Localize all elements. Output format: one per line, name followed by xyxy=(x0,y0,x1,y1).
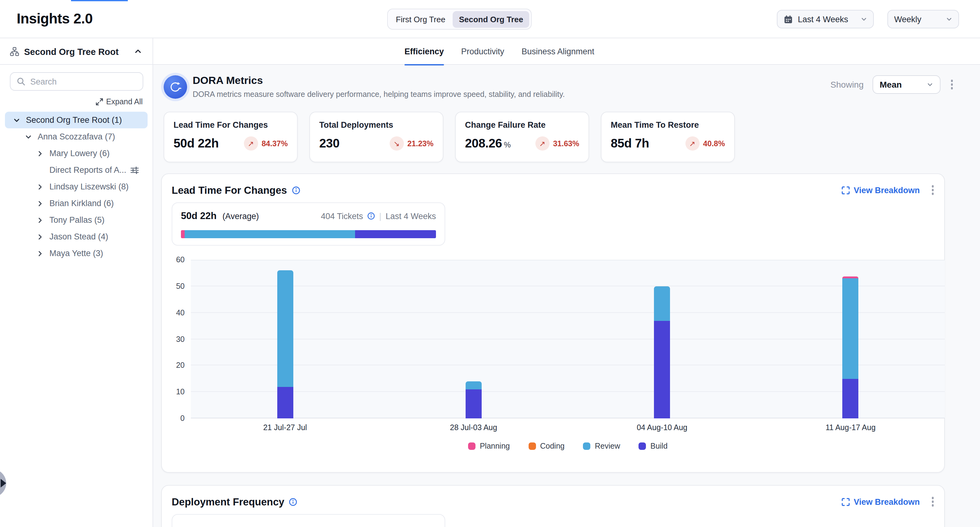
chevron-right-icon[interactable] xyxy=(37,184,43,190)
showing-select[interactable]: Mean xyxy=(872,75,940,94)
tree-item[interactable]: Maya Yette (3) xyxy=(5,245,148,262)
date-range-dropdown[interactable]: Last 4 Weeks xyxy=(777,10,874,29)
org-tree-toggle: First Org Tree Second Org Tree xyxy=(387,9,532,30)
legend-label: Build xyxy=(650,442,668,451)
bar-segment-build[interactable] xyxy=(843,379,859,419)
metric-card-lead-time-for-changes: Lead Time For Changes50d 22h↗84.37% xyxy=(164,112,298,162)
view-breakdown-label: View Breakdown xyxy=(854,186,920,195)
metric-card-change-failure-rate: Change Failure Rate208.26%↗31.63% xyxy=(455,112,589,162)
filter-sliders-icon[interactable] xyxy=(130,166,139,174)
tree-item[interactable]: Anna Scozzafava (7) xyxy=(5,129,148,145)
lead-time-kebab-menu-icon[interactable] xyxy=(930,184,935,197)
metric-card-row: 50d 22h↗84.37% xyxy=(173,137,288,151)
tree-item[interactable]: Jason Stead (4) xyxy=(5,228,148,245)
date-range-value: Last 4 Weeks xyxy=(798,14,856,24)
granularity-dropdown[interactable]: Weekly xyxy=(888,10,959,29)
granularity-value: Weekly xyxy=(894,14,941,24)
info-icon[interactable] xyxy=(289,498,298,506)
tab-business-alignment[interactable]: Business Alignment xyxy=(522,38,594,65)
dora-metrics-icon xyxy=(164,75,187,99)
chevron-down-icon xyxy=(927,81,933,87)
metric-card-value: 85d 7h xyxy=(611,137,649,151)
org-tree-toggle-first[interactable]: First Org Tree xyxy=(390,11,452,27)
search-input[interactable] xyxy=(30,77,137,86)
metric-card-delta-value: 84.37% xyxy=(261,139,288,148)
org-tree-toggle-second[interactable]: Second Org Tree xyxy=(453,11,529,27)
chevron-down-icon[interactable] xyxy=(25,133,32,140)
deployment-kebab-menu-icon[interactable] xyxy=(930,495,935,508)
chevron-down-icon xyxy=(861,16,867,22)
chevron-right-icon[interactable] xyxy=(37,217,43,223)
bar-segment-build[interactable] xyxy=(277,387,293,418)
chevron-right-icon[interactable] xyxy=(37,233,43,240)
metric-card-mean-time-to-restore: Mean Time To Restore85d 7h↗40.8% xyxy=(601,112,735,162)
deployment-frequency-section: Deployment Frequency View Breakdown xyxy=(161,485,945,527)
bar-segment-review[interactable] xyxy=(843,278,859,379)
legend-swatch xyxy=(583,443,590,450)
bar-segment-planning[interactable] xyxy=(843,276,859,278)
metric-card-title: Lead Time For Changes xyxy=(173,120,288,130)
legend-item-planning: Planning xyxy=(468,442,510,451)
main-content: DORA Metrics DORA metrics measure softwa… xyxy=(153,65,980,527)
metric-card-title: Mean Time To Restore xyxy=(611,120,725,130)
dora-controls: Showing Mean xyxy=(830,75,955,94)
metric-card-value: 230 xyxy=(319,137,340,151)
chevron-right-icon[interactable] xyxy=(37,250,43,256)
tree-item[interactable]: Mary Lowery (6) xyxy=(5,145,148,162)
tree-item-label: Maya Yette (3) xyxy=(49,249,103,258)
legend-item-coding: Coding xyxy=(528,442,565,451)
gridline xyxy=(191,260,945,260)
metric-card-row: 230↘21.23% xyxy=(319,137,433,151)
gridline xyxy=(191,286,945,286)
collapse-sidebar-icon[interactable] xyxy=(135,48,142,55)
view-breakdown-button[interactable]: View Breakdown xyxy=(842,186,920,195)
tree-item-label: Direct Reports of A... xyxy=(49,165,126,175)
chevron-down-icon xyxy=(946,16,952,22)
search-box xyxy=(10,72,143,91)
chevron-down-icon[interactable] xyxy=(14,117,20,123)
metric-card-title: Total Deployments xyxy=(319,120,433,130)
x-axis-label: 04 Aug-10 Aug xyxy=(619,423,705,432)
bar-segment-build[interactable] xyxy=(654,321,670,418)
legend-item-review: Review xyxy=(583,442,620,451)
tree-item[interactable]: Direct Reports of A... xyxy=(5,162,148,178)
tree-item[interactable]: Tony Pallas (5) xyxy=(5,212,148,228)
org-tree-icon xyxy=(10,47,19,56)
expand-arrows-icon xyxy=(96,98,103,106)
tree-item[interactable]: Brian Kirkland (6) xyxy=(5,195,148,212)
sidebar-header: Second Org Tree Root xyxy=(0,38,153,65)
tree-item-label: Second Org Tree Root (1) xyxy=(26,115,122,125)
bar-segment-review[interactable] xyxy=(654,286,670,321)
metric-card-delta-value: 21.23% xyxy=(407,139,433,148)
tree-item-label: Jason Stead (4) xyxy=(49,232,108,241)
dora-kebab-menu-icon[interactable] xyxy=(949,78,955,91)
legend-swatch xyxy=(468,443,476,450)
active-tab-underline xyxy=(404,64,444,65)
tab-productivity[interactable]: Productivity xyxy=(461,38,504,65)
metric-card-delta-value: 31.63% xyxy=(553,139,579,148)
expand-all-button[interactable]: Expand All xyxy=(96,97,143,106)
app-window: Insights 2.0 First Org Tree Second Org T… xyxy=(0,0,980,527)
chevron-right-icon[interactable] xyxy=(37,200,43,206)
lead-time-section: Lead Time For Changes View Breakdown xyxy=(161,173,945,473)
x-axis-label: 21 Jul-27 Jul xyxy=(242,423,328,432)
metric-card-total-deployments: Total Deployments230↘21.23% xyxy=(309,112,443,162)
bar-segment-review[interactable] xyxy=(277,270,293,387)
view-breakdown-button[interactable]: View Breakdown xyxy=(842,497,920,506)
showing-value: Mean xyxy=(880,79,922,89)
bar-segment-review[interactable] xyxy=(466,381,482,389)
metric-card-value: 50d 22h xyxy=(173,137,219,151)
info-icon[interactable] xyxy=(292,186,300,194)
info-icon[interactable] xyxy=(368,212,375,220)
legend-swatch xyxy=(528,443,536,450)
tree-item[interactable]: Second Org Tree Root (1) xyxy=(5,112,148,129)
tab-efficiency[interactable]: Efficiency xyxy=(404,38,444,65)
trend-down-icon: ↘ xyxy=(389,137,404,151)
metric-card-unit: % xyxy=(504,141,511,149)
tree-item-label: Tony Pallas (5) xyxy=(49,215,105,225)
metric-card-value: 208.26% xyxy=(465,137,511,151)
chevron-right-icon[interactable] xyxy=(37,150,43,156)
tree-item[interactable]: Lindsay Liszewski (8) xyxy=(5,178,148,195)
metric-card-delta: ↘21.23% xyxy=(389,137,433,151)
bar-segment-build[interactable] xyxy=(466,389,482,418)
